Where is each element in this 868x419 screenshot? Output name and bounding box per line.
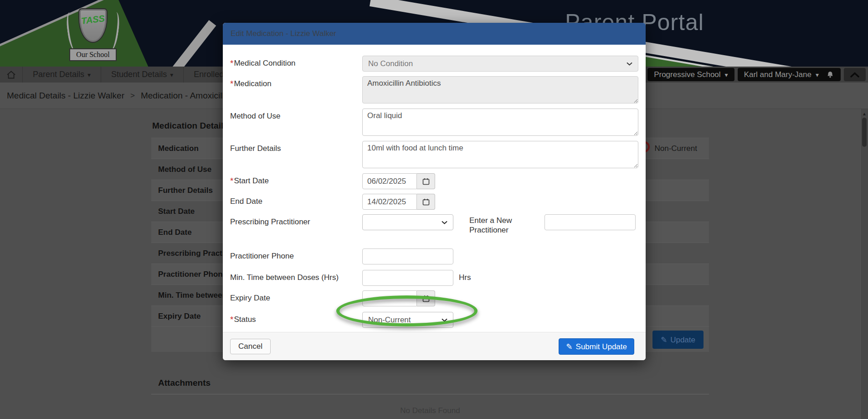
form-row-further-details: Further Details 10ml with food at lunch …	[230, 141, 638, 168]
chevron-down-icon	[442, 318, 447, 322]
form-row-status: Status Non-Current	[230, 312, 638, 328]
hrs-suffix: Hrs	[459, 270, 471, 282]
further-details-label: Further Details	[230, 144, 281, 153]
chevron-down-icon	[627, 62, 632, 66]
required-marker	[230, 315, 233, 325]
form-row-method-of-use: Method of Use Oral liquid	[230, 109, 638, 136]
end-date-label: End Date	[230, 197, 262, 206]
form-row-medical-condition: Medical Condition No Condition	[230, 56, 638, 72]
start-date-calendar-button[interactable]	[417, 173, 435, 189]
chevron-down-icon	[442, 221, 447, 224]
caret-down-icon	[167, 70, 173, 79]
nav-student-details[interactable]: Student Details	[101, 67, 184, 83]
modal-body: Medical Condition No Condition Medicatio…	[223, 45, 646, 328]
min-time-label: Min. Time between Doses (Hrs)	[230, 273, 339, 282]
modal-title: Edit Medication - Lizzie Walker	[223, 23, 646, 45]
scroll-up-arrow-icon[interactable]	[861, 109, 868, 116]
vertical-scrollbar[interactable]	[860, 109, 868, 419]
method-of-use-label: Method of Use	[230, 112, 281, 121]
prescribing-practitioner-select[interactable]	[362, 214, 453, 230]
new-practitioner-label: Enter a New Practitioner	[469, 214, 529, 235]
required-marker	[230, 59, 233, 68]
attachments-empty-text: No Details Found	[151, 406, 709, 415]
breadcrumb-separator: >	[130, 91, 135, 100]
form-row-prescribing-practitioner: Prescribing Practitioner Enter a New Pra…	[230, 214, 638, 235]
calendar-icon	[422, 178, 430, 185]
form-row-practitioner-phone: Practitioner Phone	[230, 248, 638, 264]
caret-down-icon	[812, 70, 819, 79]
practitioner-phone-label: Practitioner Phone	[230, 252, 294, 261]
status-select[interactable]: Non-Current	[362, 312, 453, 328]
medical-condition-label: Medical Condition	[234, 59, 295, 68]
required-marker	[230, 176, 233, 186]
expiry-date-input[interactable]	[362, 290, 417, 306]
nav-parent-details[interactable]: Parent Details	[23, 67, 101, 83]
home-button[interactable]	[0, 67, 23, 83]
attachments-title: Attachments	[151, 378, 709, 388]
expiry-date-label: Expiry Date	[230, 294, 270, 303]
breadcrumb-medical-details[interactable]: Medical Details - Lizzie Walker	[7, 91, 124, 101]
form-row-start-date: Start Date	[230, 173, 638, 189]
attachments-divider	[151, 394, 709, 394]
end-date-calendar-button[interactable]	[417, 194, 435, 210]
end-date-input[interactable]	[362, 194, 417, 210]
caret-down-icon	[84, 70, 91, 79]
medication-textarea[interactable]: Amoxicillin Antibiotics	[362, 76, 638, 103]
method-of-use-textarea[interactable]: Oral liquid	[362, 109, 638, 136]
further-details-textarea[interactable]: 10ml with food at lunch time	[362, 141, 638, 168]
caret-down-icon	[721, 70, 728, 79]
home-icon	[6, 70, 16, 79]
practitioner-phone-input[interactable]	[362, 248, 453, 264]
form-row-medication: Medication Amoxicillin Antibiotics	[230, 76, 638, 103]
form-row-end-date: End Date	[230, 194, 638, 210]
calendar-icon	[422, 295, 430, 302]
submit-update-button[interactable]: Submit Update	[559, 338, 634, 355]
edit-medication-modal: Edit Medication - Lizzie Walker Medical …	[223, 23, 646, 360]
min-time-input[interactable]	[362, 270, 453, 286]
start-date-label: Start Date	[234, 176, 269, 186]
pencil-icon	[661, 336, 670, 344]
prescribing-practitioner-label: Prescribing Practitioner	[230, 217, 310, 227]
cancel-button[interactable]: Cancel	[230, 339, 271, 354]
start-date-input[interactable]	[362, 173, 417, 189]
school-logo: TASS Our School	[67, 5, 118, 63]
user-menu-button[interactable]: Karl and Mary-Jane	[738, 68, 841, 81]
form-row-min-time: Min. Time between Doses (Hrs) Hrs	[230, 270, 638, 286]
notifications-bell-icon[interactable]	[826, 71, 834, 79]
medical-condition-select[interactable]: No Condition	[362, 56, 638, 72]
scrollbar-thumb[interactable]	[862, 118, 867, 147]
update-button[interactable]: Update	[652, 331, 704, 349]
modal-footer: Cancel Submit Update	[223, 332, 646, 360]
calendar-icon	[422, 198, 430, 206]
new-practitioner-input[interactable]	[544, 214, 636, 230]
expiry-date-calendar-button[interactable]	[417, 290, 435, 306]
collapse-header-button[interactable]	[844, 68, 866, 81]
medication-label: Medication	[234, 79, 271, 88]
form-row-expiry-date: Expiry Date	[230, 290, 638, 306]
status-value: Non-Current	[654, 138, 709, 159]
school-selector-button[interactable]: Progressive School	[647, 68, 734, 81]
logo-school-name: Our School	[69, 48, 117, 61]
banner-gray-stripe	[156, 20, 216, 67]
chevron-up-icon	[850, 72, 859, 78]
pencil-icon	[566, 342, 575, 351]
required-marker	[230, 79, 233, 89]
status-label: Status	[234, 315, 256, 324]
